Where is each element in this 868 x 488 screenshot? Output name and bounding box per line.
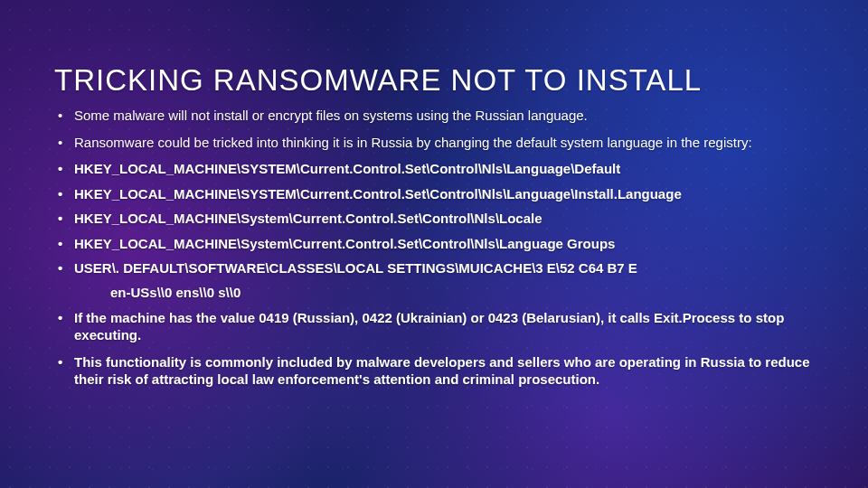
bullet-list-bottom: If the machine has the value 0419 (Russi…: [54, 309, 814, 389]
bullet-item: HKEY_LOCAL_MACHINE\SYSTEM\Current.Contro…: [54, 185, 814, 203]
slide-title: TRICKING RANSOMWARE NOT TO INSTALL: [54, 63, 814, 98]
bullet-item: HKEY_LOCAL_MACHINE\SYSTEM\Current.Contro…: [54, 160, 814, 178]
bullet-item: USER\. DEFAULT\SOFTWARE\CLASSES\LOCAL SE…: [54, 259, 814, 277]
sub-indent-text: en-USs\\0 ens\\0 s\\0: [110, 285, 814, 300]
bullet-list-top: Some malware will not install or encrypt…: [54, 107, 814, 277]
bullet-item: Ransomware could be tricked into thinkin…: [54, 134, 814, 152]
bullet-item: HKEY_LOCAL_MACHINE\System\Current.Contro…: [54, 210, 814, 228]
bullet-item: If the machine has the value 0419 (Russi…: [54, 309, 814, 344]
bullet-item: This functionality is commonly included …: [54, 353, 814, 389]
bullet-item: HKEY_LOCAL_MACHINE\System\Current.Contro…: [54, 235, 814, 253]
slide-container: TRICKING RANSOMWARE NOT TO INSTALL Some …: [0, 0, 868, 488]
bullet-item: Some malware will not install or encrypt…: [54, 107, 814, 125]
